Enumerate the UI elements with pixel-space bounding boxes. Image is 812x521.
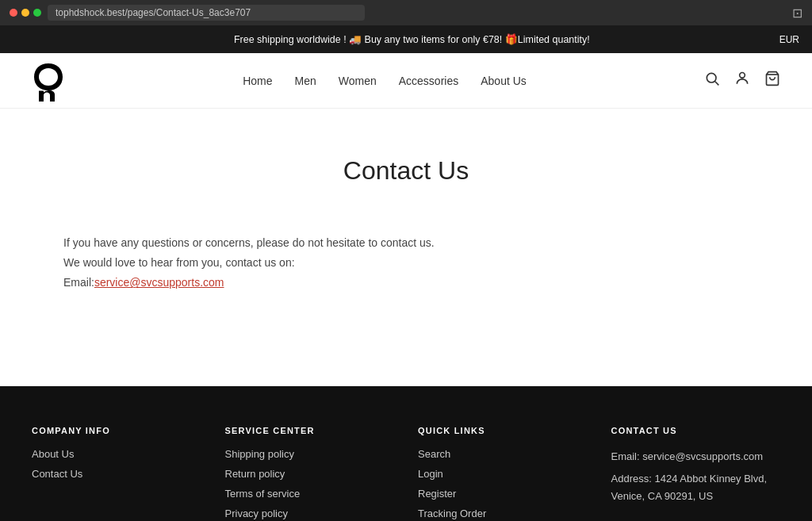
footer-email-value: service@svcsupports.com bbox=[642, 450, 763, 462]
nav-accessories[interactable]: Accessories bbox=[399, 75, 458, 87]
close-dot bbox=[10, 9, 17, 17]
footer-service-center-title: SERVICE CENTER bbox=[225, 426, 395, 435]
logo[interactable] bbox=[32, 60, 65, 102]
footer-address-label: Address: bbox=[611, 473, 652, 485]
url-bar[interactable]: tophdshock.best/pages/Contact-Us_8ac3e70… bbox=[48, 5, 365, 21]
nav-women[interactable]: Women bbox=[339, 75, 377, 87]
contact-body: If you have any questions or concerns, p… bbox=[63, 233, 539, 293]
nav-men[interactable]: Men bbox=[295, 75, 316, 87]
main-content: Contact Us If you have any questions or … bbox=[0, 109, 812, 386]
footer-shipping-policy-link[interactable]: Shipping policy bbox=[225, 448, 395, 460]
email-label: Email: bbox=[63, 276, 94, 289]
browser-menu-icon: ⊡ bbox=[792, 6, 802, 21]
contact-email-line: Email:service@svcsupports.com bbox=[63, 273, 539, 293]
logo-svg bbox=[32, 60, 65, 102]
header: Home Men Women Accessories About Us bbox=[0, 53, 812, 109]
footer-contact-us-link[interactable]: Contact Us bbox=[32, 468, 201, 480]
footer-login-link[interactable]: Login bbox=[418, 468, 588, 480]
footer-contact-col: CONTACT US Email: service@svcsupports.co… bbox=[611, 426, 781, 521]
svg-point-0 bbox=[707, 73, 716, 82]
footer-service-center: SERVICE CENTER Shipping policy Return po… bbox=[225, 426, 395, 521]
footer-tracking-link[interactable]: Tracking Order bbox=[418, 508, 588, 519]
footer-return-policy-link[interactable]: Return policy bbox=[225, 468, 395, 480]
cart-icon[interactable] bbox=[764, 71, 780, 90]
footer-email-label: Email: bbox=[611, 450, 640, 462]
minimize-dot bbox=[21, 9, 29, 17]
footer-register-link[interactable]: Register bbox=[418, 488, 588, 500]
page-title: Contact Us bbox=[63, 156, 749, 186]
contact-paragraph-1: If you have any questions or concerns, p… bbox=[63, 233, 539, 253]
announcement-currency[interactable]: EUR bbox=[779, 34, 799, 45]
footer-company-info: COMPANY INFO About Us Contact Us bbox=[32, 426, 201, 521]
footer-about-us-link[interactable]: About Us bbox=[32, 448, 201, 460]
account-icon[interactable] bbox=[734, 71, 750, 90]
fullscreen-dot bbox=[33, 9, 41, 17]
footer-grid: COMPANY INFO About Us Contact Us SERVICE… bbox=[32, 426, 780, 521]
footer-search-link[interactable]: Search bbox=[418, 448, 588, 460]
nav-home[interactable]: Home bbox=[243, 75, 272, 87]
footer-quick-links-title: QUICK LINKS bbox=[418, 426, 588, 435]
footer-company-info-title: COMPANY INFO bbox=[32, 426, 201, 435]
browser-dots bbox=[10, 9, 41, 17]
main-nav: Home Men Women Accessories About Us bbox=[243, 75, 527, 87]
svg-point-2 bbox=[740, 73, 745, 79]
announcement-text: Free shipping worldwide ! 🚚 Buy any two … bbox=[44, 33, 779, 45]
nav-about-us[interactable]: About Us bbox=[481, 75, 527, 87]
footer-contact-email: Email: service@svcsupports.com bbox=[611, 448, 781, 465]
email-link[interactable]: service@svcsupports.com bbox=[94, 276, 224, 289]
footer-terms-link[interactable]: Terms of service bbox=[225, 488, 395, 500]
browser-bar: tophdshock.best/pages/Contact-Us_8ac3e70… bbox=[0, 0, 812, 25]
footer-quick-links: QUICK LINKS Search Login Register Tracki… bbox=[418, 426, 588, 521]
footer: COMPANY INFO About Us Contact Us SERVICE… bbox=[0, 386, 812, 521]
footer-contact-address: Address: 1424 Abbot Kinney Blvd, Venice,… bbox=[611, 470, 781, 505]
header-icons bbox=[704, 71, 780, 90]
contact-paragraph-2: We would love to hear from you, contact … bbox=[63, 253, 539, 273]
footer-contact-title: CONTACT US bbox=[611, 426, 781, 435]
footer-privacy-link[interactable]: Privacy policy bbox=[225, 508, 395, 519]
announcement-bar: Free shipping worldwide ! 🚚 Buy any two … bbox=[0, 25, 812, 53]
search-icon[interactable] bbox=[704, 71, 720, 90]
svg-line-1 bbox=[715, 82, 719, 86]
